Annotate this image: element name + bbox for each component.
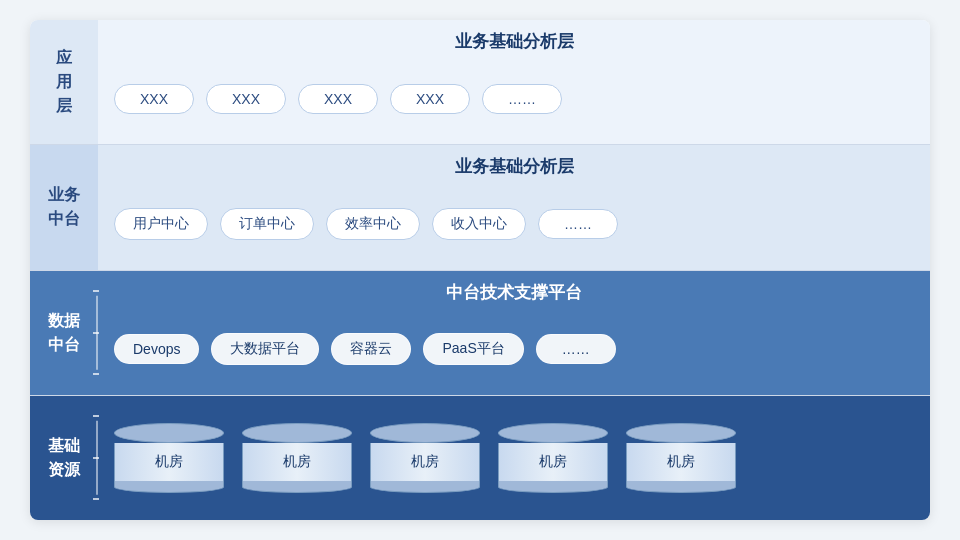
infra-layer-content: 机房 机房 机房 机房 <box>98 396 930 520</box>
list-item: 订单中心 <box>220 208 314 240</box>
list-item: 机房 <box>626 423 736 493</box>
list-item: …… <box>538 209 618 239</box>
biz-cards-row: 用户中心 订单中心 效率中心 收入中心 …… <box>114 188 914 259</box>
tick-marks-infra <box>92 396 100 520</box>
biz-layer-content: 业务基础分析层 用户中心 订单中心 效率中心 收入中心 …… <box>98 145 930 269</box>
list-item: 机房 <box>370 423 480 493</box>
list-item: 大数据平台 <box>211 333 319 365</box>
list-item: Devops <box>114 334 199 364</box>
list-item: 效率中心 <box>326 208 420 240</box>
list-item: 机房 <box>242 423 352 493</box>
app-layer-label: 应 用 层 <box>30 20 98 144</box>
app-cards-row: XXX XXX XXX XXX …… <box>114 63 914 134</box>
app-layer-content: 业务基础分析层 XXX XXX XXX XXX …… <box>98 20 930 144</box>
app-layer-title: 业务基础分析层 <box>114 30 914 53</box>
data-layer-label: 数据 中台 <box>30 271 98 395</box>
list-item: 容器云 <box>331 333 411 365</box>
data-layer-content: 中台技术支撑平台 Devops 大数据平台 容器云 PaaS平台 …… <box>98 271 930 395</box>
list-item: 收入中心 <box>432 208 526 240</box>
biz-layer-title: 业务基础分析层 <box>114 155 914 178</box>
list-item: XXX <box>114 84 194 114</box>
app-layer: 应 用 层 业务基础分析层 XXX XXX XXX XXX …… <box>30 20 930 145</box>
list-item: 用户中心 <box>114 208 208 240</box>
list-item: XXX <box>390 84 470 114</box>
tick-marks <box>92 271 100 395</box>
data-cards-row: Devops 大数据平台 容器云 PaaS平台 …… <box>114 314 914 385</box>
cylinder-group: 机房 机房 机房 机房 <box>114 406 914 510</box>
infra-layer-label: 基础 资源 <box>30 396 98 520</box>
list-item: PaaS平台 <box>423 333 523 365</box>
list-item: 机房 <box>114 423 224 493</box>
biz-layer: 业务 中台 业务基础分析层 用户中心 订单中心 效率中心 收入中心 …… <box>30 145 930 270</box>
infra-layer: 基础 资源 机房 机房 <box>30 396 930 520</box>
list-item: XXX <box>298 84 378 114</box>
architecture-diagram: 应 用 层 业务基础分析层 XXX XXX XXX XXX …… 业务 中台 业… <box>30 20 930 520</box>
list-item: …… <box>536 334 616 364</box>
biz-layer-label: 业务 中台 <box>30 145 98 269</box>
list-item: XXX <box>206 84 286 114</box>
data-layer: 数据 中台 中台技术支撑平台 Devops 大数据平台 容器云 PaaS平台 …… <box>30 271 930 396</box>
list-item: 机房 <box>498 423 608 493</box>
data-layer-title: 中台技术支撑平台 <box>114 281 914 304</box>
list-item: …… <box>482 84 562 114</box>
